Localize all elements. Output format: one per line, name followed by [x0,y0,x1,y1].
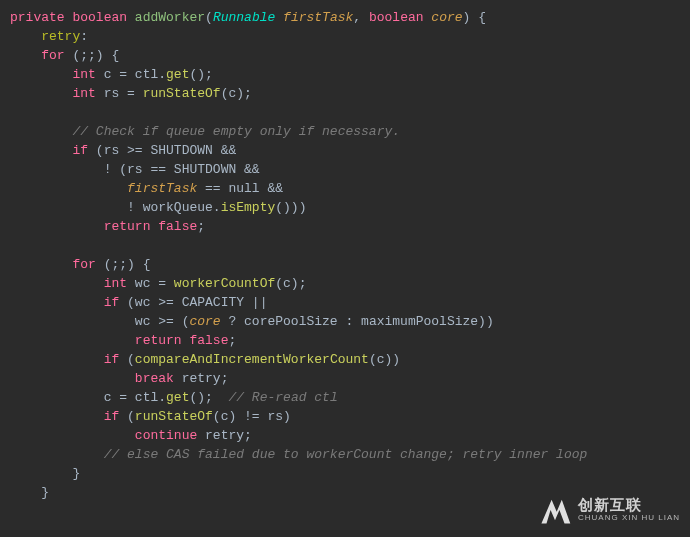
keyword-for: for [72,257,95,272]
literal-false: false [182,333,229,348]
method-call: compareAndIncrementWorkerCount [135,352,369,367]
code-line-7: if (rs >= SHUTDOWN && [72,143,236,158]
condition: ! (rs == SHUTDOWN && [104,162,260,177]
comment-cas-failed: // else CAS failed due to workerCount ch… [104,447,588,462]
assign: c = ctl. [104,390,166,405]
call-parens: (); [189,390,228,405]
method-call: isEmpty [221,200,276,215]
label-ref: retry [197,428,244,443]
code-block: private boolean addWorker(Runnable first… [0,0,690,502]
code-line-18: break retry; [135,371,229,386]
comment-queue-check: // Check if queue empty only if necessar… [72,124,400,139]
assign: c = ctl. [96,67,166,82]
method-call: runStateOf [143,86,221,101]
ref-firstTask: firstTask [127,181,197,196]
keyword-private: private [10,10,65,25]
keyword-return: return [135,333,182,348]
condition: (wc >= CAPACITY || [119,295,267,310]
semicolon: ; [221,371,229,386]
condition: wc >= ( [135,314,190,329]
code-line-13: int wc = workerCountOf(c); [104,276,307,291]
watermark-en: CHUANG XIN HU LIAN [578,514,680,523]
param-type: boolean [369,10,424,25]
call-parens: ())) [275,200,306,215]
code-line-4: int c = ctl.get(); [72,67,212,82]
param-name: firstTask [283,10,353,25]
watermark-text: 创新互联 CHUANG XIN HU LIAN [578,497,680,522]
call-parens: (c); [221,86,252,101]
keyword-boolean: boolean [72,10,127,25]
condition: == null && [197,181,283,196]
assign: rs = [96,86,143,101]
keyword-if: if [104,409,120,424]
keyword-break: break [135,371,174,386]
code-line-14: if (wc >= CAPACITY || [104,295,268,310]
keyword-if: if [104,352,120,367]
open-paren: ( [119,409,135,424]
comment-reread: // Re-read ctl [228,390,337,405]
close-paren-brace: ) { [463,10,486,25]
param-type: Runnable [213,10,275,25]
code-line-10: ! workQueue.isEmpty())) [127,200,306,215]
code-line-1: private boolean addWorker(Runnable first… [10,10,486,25]
code-line-20: if (runStateOf(c) != rs) [104,409,291,424]
code-line-5: int rs = runStateOf(c); [72,86,251,101]
call-parens: (c)) [369,352,400,367]
watermark-cn: 创新互联 [578,497,680,514]
method-call: workerCountOf [174,276,275,291]
keyword-if: if [72,143,88,158]
method-name: addWorker [135,10,205,25]
ref-core: core [189,314,220,329]
method-call: get [166,390,189,405]
keyword-if: if [104,295,120,310]
param-name: core [431,10,462,25]
code-line-21: continue retry; [135,428,252,443]
label-ref: retry [174,371,221,386]
call-parens: (); [189,67,212,82]
keyword-for: for [41,48,64,63]
type-int: int [104,276,127,291]
semicolon: ; [228,333,236,348]
code-line-2: retry: [41,29,88,44]
semicolon: ; [197,219,205,234]
code-line-17: if (compareAndIncrementWorkerCount(c)) [104,352,400,367]
code-line-16: return false; [135,333,236,348]
assign: wc = [127,276,174,291]
for-body: (;;) { [65,48,120,63]
colon: : [80,29,88,44]
method-call: get [166,67,189,82]
condition: ! workQueue. [127,200,221,215]
code-line-3: for (;;) { [41,48,119,63]
code-line-11: return false; [104,219,205,234]
code-line-12: for (;;) { [72,257,150,272]
condition: ? corePoolSize : maximumPoolSize)) [221,314,494,329]
type-int: int [72,86,95,101]
open-paren: ( [205,10,213,25]
comma: , [353,10,369,25]
keyword-return: return [104,219,151,234]
semicolon: ; [244,428,252,443]
close-brace: } [72,466,80,481]
code-line-9: firstTask == null && [127,181,283,196]
call-parens: (c) != rs) [213,409,291,424]
code-line-19: c = ctl.get(); // Re-read ctl [104,390,338,405]
close-brace: } [41,485,49,500]
literal-false: false [150,219,197,234]
for-body: (;;) { [96,257,151,272]
watermark-logo-icon [538,493,572,527]
code-line-15: wc >= (core ? corePoolSize : maximumPool… [135,314,494,329]
condition: (rs >= SHUTDOWN && [88,143,236,158]
call-parens: (c); [275,276,306,291]
label-retry: retry [41,29,80,44]
open-paren: ( [119,352,135,367]
keyword-continue: continue [135,428,197,443]
method-call: runStateOf [135,409,213,424]
type-int: int [72,67,95,82]
watermark: 创新互联 CHUANG XIN HU LIAN [538,493,680,527]
